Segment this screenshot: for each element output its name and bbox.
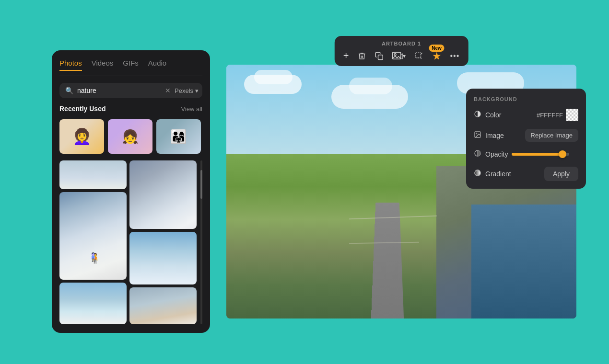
replace-image-button[interactable]: Replace Image	[525, 129, 578, 142]
opacity-label: Opacity	[474, 149, 508, 159]
recent-thumb-1[interactable]: 👩‍🦱	[59, 119, 104, 154]
recently-used-grid: 👩‍🦱 👧 👨‍👩‍👧	[59, 119, 202, 154]
artboard-toolbar: ARTBOARD 1 + ▾	[335, 36, 468, 66]
color-label-text: Color	[485, 111, 501, 119]
background-panel: BACKGROUND Color #FFFFFF	[466, 89, 586, 189]
search-input[interactable]	[77, 87, 161, 94]
recent-thumb-2[interactable]: 👧	[108, 119, 152, 154]
image-row: Image Replace Image	[474, 129, 578, 142]
add-icon[interactable]: +	[343, 50, 349, 61]
scrollbar-thumb[interactable]	[200, 170, 202, 199]
svg-rect-0	[378, 55, 383, 59]
copy-icon[interactable]	[375, 52, 383, 60]
color-checker[interactable]	[566, 109, 578, 121]
scrollbar-track[interactable]	[200, 160, 202, 324]
opacity-label-text: Opacity	[485, 150, 508, 158]
opacity-slider-container	[512, 153, 578, 156]
toolbar-icons: + ▾	[343, 50, 460, 61]
color-label: Color	[474, 110, 501, 120]
image-label-text: Image	[485, 132, 504, 139]
results-col-left: 🧍	[59, 160, 127, 324]
svg-point-2	[394, 53, 396, 55]
result-img-4[interactable]	[129, 160, 197, 229]
color-row-icon	[474, 110, 481, 120]
result-img-3[interactable]	[59, 283, 127, 324]
crop-icon[interactable]	[414, 52, 423, 60]
color-row: Color #FFFFFF	[474, 109, 578, 121]
media-panel: Photos Videos GIFs Audio 🔍 ✕ Pexels ▾ Re…	[52, 50, 210, 333]
tab-gifs[interactable]: GIFs	[123, 59, 139, 71]
canvas-area: ARTBOARD 1 + ▾	[226, 36, 576, 318]
search-clear-icon[interactable]: ✕	[165, 87, 171, 94]
image-icon[interactable]: ▾	[392, 52, 406, 60]
chevron-down-icon: ▾	[195, 87, 199, 94]
artboard-label: ARTBOARD 1	[382, 41, 421, 46]
gradient-label: Gradient	[474, 169, 511, 179]
more-icon[interactable]: •••	[450, 52, 459, 60]
image-row-icon	[474, 131, 481, 140]
delete-icon[interactable]	[357, 52, 366, 60]
svg-point-6	[476, 133, 477, 134]
result-img-2[interactable]: 🧍	[59, 192, 127, 280]
result-img-5[interactable]	[129, 232, 197, 284]
results-col-right	[129, 160, 197, 324]
tab-audio[interactable]: Audio	[148, 59, 166, 71]
apply-gradient-button[interactable]: Apply	[544, 167, 578, 181]
opacity-row: Opacity	[474, 149, 578, 159]
gradient-row-icon	[474, 169, 481, 179]
view-all-link[interactable]: View all	[181, 105, 202, 113]
image-label: Image	[474, 131, 504, 140]
gradient-label-text: Gradient	[485, 170, 511, 178]
svg-point-9	[475, 170, 480, 176]
bg-panel-title: BACKGROUND	[474, 96, 578, 102]
search-bar: 🔍 ✕ Pexels ▾	[59, 83, 202, 98]
color-value[interactable]: #FFFFFF	[537, 109, 578, 121]
search-icon: 🔍	[65, 87, 73, 94]
opacity-row-icon	[474, 149, 481, 159]
tab-photos[interactable]: Photos	[59, 59, 82, 71]
color-hex-text: #FFFFFF	[537, 112, 563, 119]
svg-rect-3	[416, 53, 421, 58]
new-badge: New	[429, 45, 445, 52]
sparkle-icon[interactable]: New	[432, 51, 441, 61]
gradient-row: Gradient Apply	[474, 167, 578, 181]
opacity-thumb[interactable]	[559, 150, 566, 158]
result-img-6[interactable]	[129, 287, 197, 324]
recent-thumb-3[interactable]: 👨‍👩‍👧	[156, 119, 201, 154]
opacity-slider[interactable]	[512, 153, 569, 156]
media-tabs: Photos Videos GIFs Audio	[59, 59, 202, 76]
result-img-1[interactable]	[59, 160, 127, 189]
recently-used-header: Recently Used View all	[59, 105, 202, 113]
tab-videos[interactable]: Videos	[92, 59, 114, 71]
recently-used-title: Recently Used	[59, 105, 105, 113]
source-selector[interactable]: Pexels ▾	[175, 87, 199, 94]
